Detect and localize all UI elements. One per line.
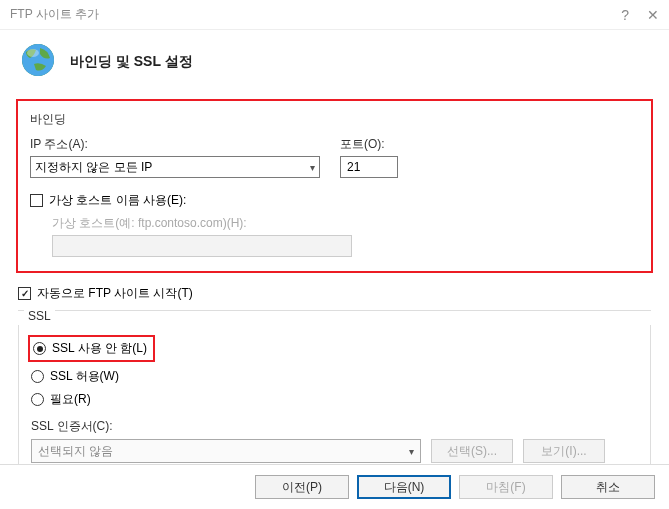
ssl-none-radio[interactable]	[33, 342, 46, 355]
ssl-cert-value: 선택되지 않음	[38, 443, 113, 460]
finish-button: 마침(F)	[459, 475, 553, 499]
page-title: 바인딩 및 SSL 설정	[70, 53, 193, 71]
svg-point-1	[22, 44, 54, 76]
ssl-require-label: 필요(R)	[50, 391, 91, 408]
port-input[interactable]	[340, 156, 398, 178]
cancel-button[interactable]: 취소	[561, 475, 655, 499]
svg-point-2	[27, 49, 39, 57]
ip-address-value: 지정하지 않은 모든 IP	[35, 159, 152, 176]
ip-address-label: IP 주소(A):	[30, 136, 320, 153]
chevron-down-icon: ▾	[310, 162, 315, 173]
ip-address-select[interactable]: 지정하지 않은 모든 IP ▾	[30, 156, 320, 178]
port-label: 포트(O):	[340, 136, 398, 153]
ssl-none-label: SSL 사용 안 함(L)	[52, 340, 147, 357]
virtual-host-checkbox[interactable]	[30, 194, 43, 207]
window-titlebar: FTP 사이트 추가 ? ✕	[0, 0, 669, 30]
prev-button[interactable]: 이전(P)	[255, 475, 349, 499]
close-icon[interactable]: ✕	[647, 7, 659, 23]
chevron-down-icon: ▾	[409, 446, 414, 457]
wizard-button-row: 이전(P) 다음(N) 마침(F) 취소	[0, 464, 669, 509]
ssl-group-label: SSL	[24, 309, 55, 323]
globe-icon	[20, 42, 56, 81]
ssl-cert-select[interactable]: 선택되지 않음 ▾	[31, 439, 421, 463]
ssl-allow-radio[interactable]	[31, 370, 44, 383]
ssl-none-highlight: SSL 사용 안 함(L)	[28, 335, 155, 362]
window-title: FTP 사이트 추가	[10, 6, 621, 23]
binding-group: 바인딩 IP 주소(A): 지정하지 않은 모든 IP ▾ 포트(O): 가상 …	[16, 99, 653, 273]
next-button[interactable]: 다음(N)	[357, 475, 451, 499]
auto-start-checkbox[interactable]	[18, 287, 31, 300]
view-cert-button: 보기(I)...	[523, 439, 605, 463]
virtual-host-checkbox-label: 가상 호스트 이름 사용(E):	[49, 192, 186, 209]
help-icon[interactable]: ?	[621, 7, 629, 23]
select-cert-button: 선택(S)...	[431, 439, 513, 463]
binding-group-label: 바인딩	[30, 111, 639, 128]
ssl-cert-label: SSL 인증서(C):	[31, 418, 638, 435]
dialog-header: 바인딩 및 SSL 설정	[0, 30, 669, 99]
ssl-group: SSL 사용 안 함(L) SSL 허용(W) 필요(R) SSL 인증서(C)…	[18, 325, 651, 476]
ssl-allow-label: SSL 허용(W)	[50, 368, 119, 385]
ssl-require-radio[interactable]	[31, 393, 44, 406]
virtual-host-input	[52, 235, 352, 257]
auto-start-label: 자동으로 FTP 사이트 시작(T)	[37, 285, 193, 302]
virtual-host-label: 가상 호스트(예: ftp.contoso.com)(H):	[52, 215, 639, 232]
